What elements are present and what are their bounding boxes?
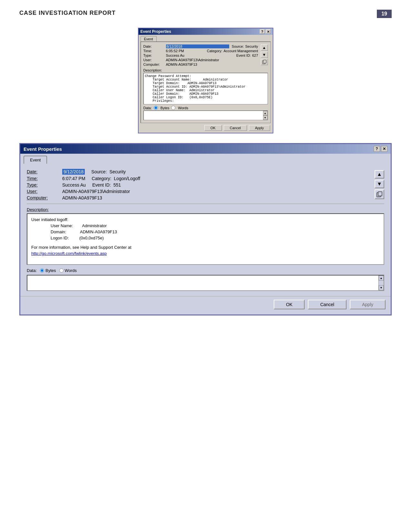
large-event-tab[interactable]: Event bbox=[24, 156, 47, 164]
small-data-label: Data: bbox=[143, 106, 152, 110]
large-description-box: User initiated logoff: User Name: Admini… bbox=[27, 213, 384, 265]
small-time-value: 6:05:52 PM bbox=[166, 49, 204, 53]
small-dialog-title: Event Properties bbox=[141, 29, 171, 34]
large-btns-col: ▲ ▼ bbox=[375, 169, 384, 200]
small-dialog-footer: OK Cancel Apply bbox=[139, 123, 273, 133]
large-words-option[interactable]: Words bbox=[59, 268, 77, 273]
large-time-row: Time: 6:07:47 PM Category: Logon/Logoff bbox=[27, 176, 371, 181]
small-date-row: Date: 8/12/2018 Source: Security bbox=[143, 44, 258, 48]
large-eventid-value: 551 bbox=[113, 182, 121, 188]
large-category-label: Category: bbox=[92, 176, 112, 181]
small-data-area: ▲ ▼ bbox=[143, 111, 268, 120]
large-apply-button[interactable]: Apply bbox=[350, 300, 386, 309]
small-words-option[interactable]: Words bbox=[171, 106, 188, 110]
separator bbox=[27, 204, 384, 204]
small-down-button[interactable]: ▼ bbox=[261, 52, 268, 58]
large-scrollbar: ▲ ▼ bbox=[378, 276, 384, 290]
large-date-row: Date: 9/12/2018 Source: Security bbox=[27, 169, 371, 175]
small-date-label: Date: bbox=[143, 44, 166, 48]
large-user-label: User: bbox=[27, 189, 62, 194]
large-dialog-container: Event Properties ? ✕ Event Date: 9/12/20… bbox=[19, 143, 392, 315]
large-user-row: User: ADMIN-A0A979F13\Administrator bbox=[27, 189, 371, 194]
small-dialog-tabs: Event bbox=[139, 35, 273, 42]
large-desc-line-1: User initiated logoff: bbox=[31, 217, 380, 222]
large-source-value: Security bbox=[110, 169, 126, 174]
large-data-label: Data: bbox=[27, 268, 37, 273]
small-type-row: Type: Success Au Event ID: 627 bbox=[143, 53, 258, 57]
large-bytes-option[interactable]: Bytes bbox=[40, 268, 56, 273]
large-scroll-down[interactable]: ▼ bbox=[379, 285, 384, 290]
small-side-buttons: ▲ ▼ bbox=[261, 44, 268, 67]
small-event-tab[interactable]: Event bbox=[141, 36, 157, 42]
large-scroll-track bbox=[379, 281, 384, 285]
small-up-button[interactable]: ▲ bbox=[261, 44, 268, 51]
large-dialog-titlebar: Event Properties ? ✕ bbox=[20, 144, 391, 154]
large-date-value: 9/12/2018 bbox=[62, 169, 85, 175]
large-source-label: Source: bbox=[91, 169, 107, 174]
small-help-button[interactable]: ? bbox=[260, 29, 265, 34]
small-dialog: Event Properties ? ✕ Event Date: 8/12/20… bbox=[138, 28, 273, 133]
page-title: CASE INVESTIGATION REPORT bbox=[19, 10, 116, 16]
large-time-label: Time: bbox=[27, 176, 62, 181]
small-bytes-option[interactable]: Bytes bbox=[154, 106, 170, 110]
small-user-label: User: bbox=[143, 58, 166, 62]
small-source-label: Source: bbox=[232, 44, 244, 48]
svg-rect-3 bbox=[378, 192, 382, 196]
small-apply-button[interactable]: Apply bbox=[249, 125, 270, 131]
small-computer-label: Computer: bbox=[143, 63, 166, 66]
large-close-button[interactable]: ✕ bbox=[381, 146, 387, 152]
large-dialog-tabs: Event bbox=[20, 154, 391, 164]
large-time-value: 6:07:47 PM bbox=[62, 176, 85, 181]
large-dialog-title: Event Properties bbox=[24, 146, 62, 152]
large-computer-label: Computer: bbox=[27, 195, 62, 200]
large-description-label: Description: bbox=[27, 207, 384, 212]
small-close-button[interactable]: ✕ bbox=[266, 29, 271, 34]
small-computer-value: ADMIN-A0A979F13 bbox=[166, 63, 258, 66]
large-desc-logonid-row: Logon ID: (0x0,0xd75e) bbox=[51, 236, 380, 240]
large-dialog-footer: OK Cancel Apply bbox=[20, 296, 391, 314]
large-help-button[interactable]: ? bbox=[374, 146, 380, 152]
small-description-label: Description: bbox=[143, 68, 268, 72]
large-data-area: ▲ ▼ bbox=[27, 275, 384, 291]
small-time-label: Time: bbox=[143, 49, 166, 53]
large-fields-plus-btns: Date: 9/12/2018 Source: Security Time: 6… bbox=[27, 169, 384, 200]
small-copy-button[interactable] bbox=[261, 59, 268, 65]
large-category-value: Logon/Logoff bbox=[114, 176, 140, 181]
small-category-label: Category: bbox=[207, 49, 222, 53]
large-copy-button[interactable] bbox=[375, 189, 384, 199]
small-scrollbar: ▲ ▼ bbox=[263, 111, 268, 120]
large-dialog-body: Date: 9/12/2018 Source: Security Time: 6… bbox=[20, 164, 391, 296]
small-type-label: Type: bbox=[143, 53, 166, 57]
large-user-value: ADMIN-A0A979F13\Administrator bbox=[62, 189, 130, 194]
small-scroll-up[interactable]: ▲ bbox=[263, 111, 268, 115]
small-time-row: Time: 6:05:52 PM Category: Account Manag… bbox=[143, 49, 258, 53]
small-data-row: Data: Bytes Words bbox=[143, 106, 268, 110]
large-down-button[interactable]: ▼ bbox=[375, 180, 384, 188]
small-description-box: Change Password Attempt: Target Account … bbox=[143, 73, 268, 104]
svg-rect-1 bbox=[263, 60, 266, 63]
small-dialog-titlebar: Event Properties ? ✕ bbox=[139, 28, 273, 35]
large-ok-button[interactable]: OK bbox=[274, 300, 305, 309]
small-scroll-down[interactable]: ▼ bbox=[263, 115, 268, 120]
large-up-button[interactable]: ▲ bbox=[375, 170, 384, 179]
small-date-value: 8/12/2018 bbox=[166, 44, 229, 48]
large-fields-col: Date: 9/12/2018 Source: Security Time: 6… bbox=[27, 169, 371, 200]
small-user-row: User: ADMIN-A0A979F13\Administrator bbox=[143, 58, 258, 62]
large-dialog: Event Properties ? ✕ Event Date: 9/12/20… bbox=[19, 143, 392, 315]
large-desc-link[interactable]: http://go.microsoft.com/fwlink/events.as… bbox=[31, 251, 380, 256]
large-data-row: Data: Bytes Words bbox=[27, 268, 384, 273]
small-user-value: ADMIN-A0A979F13\Administrator bbox=[166, 58, 258, 62]
page-header: CASE INVESTIGATION REPORT 19 bbox=[0, 0, 411, 24]
small-computer-row: Computer: ADMIN-A0A979F13 bbox=[143, 63, 258, 66]
small-ok-button[interactable]: OK bbox=[204, 125, 222, 131]
large-eventid-label: Event ID: bbox=[92, 182, 111, 188]
page-number: 19 bbox=[377, 10, 392, 18]
small-dialog-title-buttons: ? ✕ bbox=[260, 29, 271, 34]
small-cancel-button[interactable]: Cancel bbox=[224, 125, 247, 131]
large-cancel-button[interactable]: Cancel bbox=[308, 300, 347, 309]
large-scroll-up[interactable]: ▲ bbox=[379, 276, 384, 281]
large-date-label: Date: bbox=[27, 169, 62, 174]
large-computer-row: Computer: ADMIN-A0A979F13 bbox=[27, 195, 371, 200]
large-desc-info: For more information, see Help and Suppo… bbox=[31, 245, 380, 250]
small-source-value: Security bbox=[245, 44, 258, 48]
